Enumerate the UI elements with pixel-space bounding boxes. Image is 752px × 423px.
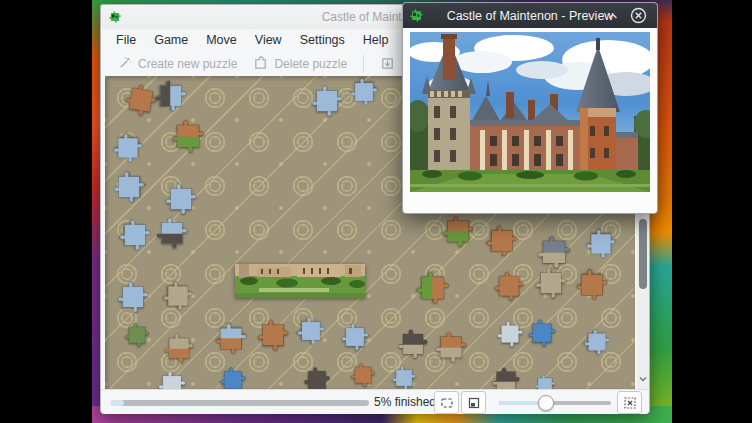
create-new-puzzle-button[interactable]: Create new puzzle — [109, 53, 245, 74]
import-icon — [380, 56, 395, 71]
zoom-slider-handle[interactable] — [538, 395, 554, 411]
puzzle-piece[interactable] — [169, 117, 207, 155]
puzzle-piece[interactable] — [161, 279, 195, 313]
puzzle-progress-fill — [111, 400, 124, 406]
puzzle-piece[interactable] — [339, 321, 371, 353]
preview-titlebar[interactable]: Castle of Maintenon - Preview — [403, 3, 657, 28]
preview-image-frame — [410, 32, 650, 200]
puzzle-piece[interactable] — [396, 327, 430, 361]
puzzle-progress-bar — [111, 400, 369, 406]
delete-puzzle-icon — [253, 56, 268, 71]
puzzle-piece[interactable] — [123, 321, 151, 349]
castle-preview-image — [410, 32, 650, 192]
menu-item-help[interactable]: Help — [354, 30, 398, 50]
puzzle-piece[interactable] — [348, 76, 380, 108]
desktop: Castle of Maintenon FileGameMoveViewSett… — [0, 0, 752, 423]
puzzle-piece[interactable] — [295, 315, 327, 347]
palapeli-app-icon — [409, 8, 424, 23]
overview-icon — [467, 396, 481, 410]
puzzle-piece[interactable] — [526, 317, 558, 349]
statusbar: 5% finished — [101, 389, 649, 414]
puzzle-piece[interactable] — [349, 361, 377, 389]
puzzle-piece[interactable] — [153, 78, 189, 114]
fit-view-icon — [623, 396, 637, 410]
puzzle-piece[interactable] — [492, 269, 526, 303]
toolbar-separator — [363, 55, 364, 73]
close-icon — [630, 7, 647, 24]
puzzle-piece[interactable] — [533, 373, 557, 389]
puzzle-piece[interactable] — [309, 83, 345, 119]
puzzle-piece[interactable] — [490, 365, 522, 389]
menu-item-settings[interactable]: Settings — [291, 30, 354, 50]
show-overview-button[interactable] — [461, 391, 486, 414]
puzzle-piece[interactable] — [414, 269, 452, 307]
progress-label: 5% finished — [374, 395, 436, 409]
delete-puzzle-label: Delete puzzle — [274, 57, 347, 71]
toggle-preview-button[interactable] — [434, 391, 459, 414]
puzzle-piece[interactable] — [218, 365, 248, 389]
preview-toggle-icon — [440, 396, 454, 410]
puzzle-piece[interactable] — [156, 369, 188, 389]
puzzle-piece[interactable] — [495, 319, 525, 349]
menu-item-move[interactable]: Move — [197, 30, 246, 50]
shade-icon — [607, 10, 619, 22]
puzzle-piece[interactable] — [484, 223, 520, 259]
menu-item-view[interactable]: View — [246, 30, 291, 50]
puzzle-piece[interactable] — [390, 364, 418, 389]
puzzle-piece[interactable] — [533, 265, 569, 301]
puzzle-piece[interactable] — [163, 181, 199, 217]
zoom-slider[interactable] — [499, 401, 611, 405]
puzzle-piece[interactable] — [584, 227, 618, 261]
menu-item-game[interactable]: Game — [145, 30, 197, 50]
delete-puzzle-button[interactable]: Delete puzzle — [245, 53, 355, 74]
puzzle-piece[interactable] — [433, 329, 469, 365]
preview-window: Castle of Maintenon - Preview — [402, 2, 658, 214]
close-button[interactable] — [630, 7, 647, 24]
menu-item-file[interactable]: File — [107, 30, 145, 50]
assembled-pieces[interactable] — [235, 264, 365, 298]
puzzle-piece[interactable] — [255, 317, 291, 353]
scrollbar-thumb[interactable] — [639, 219, 647, 289]
puzzle-piece[interactable] — [302, 365, 332, 389]
puzzle-piece[interactable] — [162, 331, 196, 365]
puzzle-piece[interactable] — [154, 215, 190, 251]
puzzle-piece[interactable] — [111, 169, 147, 205]
puzzle-piece[interactable] — [115, 279, 151, 315]
shade-button[interactable] — [604, 7, 621, 24]
puzzle-piece[interactable] — [574, 267, 610, 303]
puzzle-piece[interactable] — [117, 217, 153, 253]
puzzle-piece[interactable] — [111, 131, 145, 165]
create-new-puzzle-label: Create new puzzle — [138, 57, 237, 71]
palapeli-app-icon — [108, 10, 122, 24]
puzzle-piece[interactable] — [582, 327, 612, 357]
fit-to-view-button[interactable] — [617, 391, 642, 414]
puzzle-piece[interactable] — [440, 213, 476, 249]
scroll-down-arrow-icon[interactable] — [638, 373, 648, 385]
magic-wand-icon — [117, 56, 132, 71]
puzzle-piece[interactable] — [213, 321, 249, 357]
